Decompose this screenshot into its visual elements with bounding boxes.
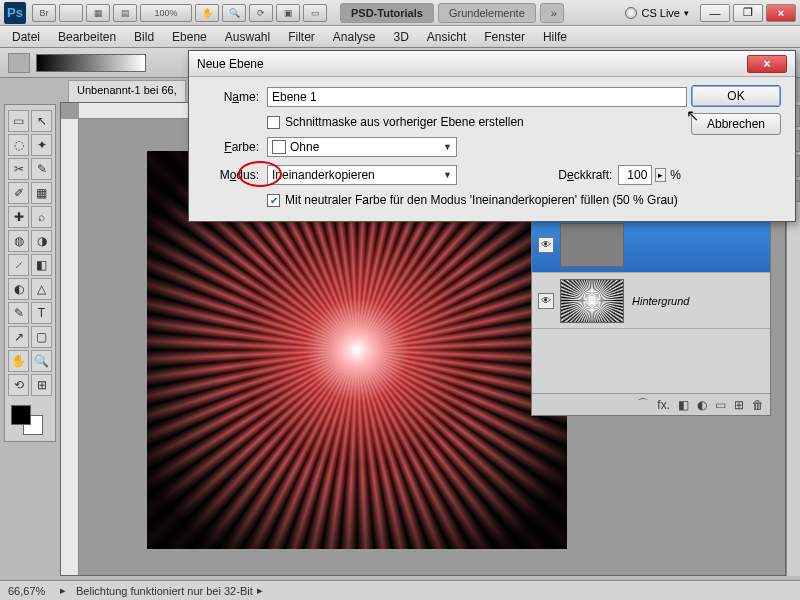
zoom-level[interactable]: 100%	[140, 4, 192, 22]
layer-thumbnail[interactable]	[560, 279, 624, 323]
menu-hilfe[interactable]: Hilfe	[543, 30, 567, 44]
link-layers-icon[interactable]: ⌒	[637, 396, 649, 413]
color-dropdown[interactable]: Ohne ▼	[267, 137, 457, 157]
tool-button[interactable]: ◌	[8, 134, 29, 156]
layer-row-hintergrund[interactable]: 👁 Hintergrund	[532, 273, 770, 329]
menu-auswahl[interactable]: Auswahl	[225, 30, 270, 44]
status-arrow2-icon[interactable]: ▸	[257, 584, 263, 597]
cancel-button[interactable]: Abbrechen	[691, 113, 781, 135]
layers-panel: 👁 👁 Hintergrund ⌒ fx. ◧ ◐ ▭ ⊞ 🗑	[531, 216, 771, 416]
menu-analyse[interactable]: Analyse	[333, 30, 376, 44]
close-button[interactable]: ×	[766, 4, 796, 22]
menu-bild[interactable]: Bild	[134, 30, 154, 44]
new-layer-dialog: Neue Ebene × OK Abbrechen Name: Schnittm…	[188, 50, 796, 222]
hand-tool-button[interactable]: ✋	[195, 4, 219, 22]
tool-button[interactable]: ✐	[8, 182, 29, 204]
menu-ebene[interactable]: Ebene	[172, 30, 207, 44]
layer-thumbnail[interactable]	[560, 223, 624, 267]
visibility-icon[interactable]: 👁	[538, 293, 554, 309]
fill-neutral-checkbox[interactable]: ✔	[267, 194, 280, 207]
screen-mode-button[interactable]: ▭	[303, 4, 327, 22]
tool-button[interactable]: ◧	[31, 254, 52, 276]
opacity-input[interactable]	[618, 165, 652, 185]
layer-name-input[interactable]	[267, 87, 687, 107]
menubar: Datei Bearbeiten Bild Ebene Auswahl Filt…	[0, 26, 800, 48]
extras2-button[interactable]: ▤	[113, 4, 137, 22]
color-swatches[interactable]	[7, 403, 53, 437]
opacity-flyout-icon[interactable]: ▸	[655, 168, 666, 182]
tool-button[interactable]: △	[31, 278, 52, 300]
opacity-label: Deckkraft:	[558, 168, 612, 182]
workspace-tab-psd-tutorials[interactable]: PSD-Tutorials	[340, 3, 434, 23]
tool-button[interactable]: T	[31, 302, 52, 324]
tool-button[interactable]: ↗	[8, 326, 29, 348]
gradient-preview[interactable]	[36, 54, 146, 72]
tool-button[interactable]: ▢	[31, 326, 52, 348]
ruler-vertical[interactable]	[61, 119, 79, 575]
tool-button[interactable]: ◑	[31, 230, 52, 252]
layer-fx-icon[interactable]: fx.	[657, 398, 670, 412]
mini-bridge-button[interactable]	[59, 4, 83, 22]
chevron-down-icon: ▼	[443, 142, 452, 152]
layer-row-ebene1[interactable]: 👁	[532, 217, 770, 273]
current-tool-icon[interactable]	[8, 53, 30, 73]
tool-button[interactable]: ◐	[8, 278, 29, 300]
clipping-mask-checkbox[interactable]	[267, 116, 280, 129]
dialog-titlebar[interactable]: Neue Ebene ×	[189, 51, 795, 77]
color-swatch-icon	[272, 140, 286, 154]
adjustment-layer-icon[interactable]: ◐	[697, 398, 707, 412]
status-zoom[interactable]: 66,67%	[8, 585, 60, 597]
menu-datei[interactable]: Datei	[12, 30, 40, 44]
layers-footer: ⌒ fx. ◧ ◐ ▭ ⊞ 🗑	[532, 393, 770, 415]
menu-fenster[interactable]: Fenster	[484, 30, 525, 44]
mode-label: Modus:	[203, 168, 259, 182]
tool-button[interactable]: ▦	[31, 182, 52, 204]
rotate-button[interactable]: ⟳	[249, 4, 273, 22]
new-layer-icon[interactable]: ⊞	[734, 398, 744, 412]
arrange-button[interactable]: ▣	[276, 4, 300, 22]
extras-button[interactable]: ▦	[86, 4, 110, 22]
dialog-title: Neue Ebene	[197, 57, 264, 71]
toolbox: ▭↖◌✦✂✎✐▦✚⌕◍◑⟋◧◐△✎T↗▢✋🔍⟲⊞	[4, 104, 56, 442]
visibility-icon[interactable]: 👁	[538, 237, 554, 253]
workspace-tab-grundelemente[interactable]: Grundelemente	[438, 3, 536, 23]
tool-button[interactable]: ✦	[31, 134, 52, 156]
bridge-button[interactable]: Br	[32, 4, 56, 22]
zoom-tool-button[interactable]: 🔍	[222, 4, 246, 22]
tool-button[interactable]: ✎	[8, 302, 29, 324]
menu-ansicht[interactable]: Ansicht	[427, 30, 466, 44]
tool-button[interactable]: ↖	[31, 110, 52, 132]
status-arrow-icon[interactable]: ▸	[60, 584, 66, 597]
tool-button[interactable]: ✋	[8, 350, 29, 372]
tool-button[interactable]: ⌕	[31, 206, 52, 228]
tool-button[interactable]: ✚	[8, 206, 29, 228]
menu-3d[interactable]: 3D	[394, 30, 409, 44]
group-icon[interactable]: ▭	[715, 398, 726, 412]
status-message: Belichtung funktioniert nur bei 32-Bit	[76, 585, 253, 597]
ok-button[interactable]: OK	[691, 85, 781, 107]
status-bar: 66,67% ▸ Belichtung funktioniert nur bei…	[0, 580, 800, 600]
tool-button[interactable]: ⟋	[8, 254, 29, 276]
workspace-more-button[interactable]: »	[540, 3, 564, 23]
document-tab[interactable]: Unbenannt-1 bei 66,	[68, 80, 186, 102]
blend-mode-dropdown[interactable]: Ineinanderkopieren ▼	[267, 165, 457, 185]
cs-live-button[interactable]: CS Live▾	[625, 7, 689, 19]
foreground-swatch[interactable]	[11, 405, 31, 425]
menu-filter[interactable]: Filter	[288, 30, 315, 44]
dialog-close-button[interactable]: ×	[747, 55, 787, 73]
cs-live-icon	[625, 7, 637, 19]
tool-button[interactable]: 🔍	[31, 350, 52, 372]
tool-button[interactable]: ✂	[8, 158, 29, 180]
opacity-unit: %	[670, 168, 681, 182]
maximize-button[interactable]: ❐	[733, 4, 763, 22]
tool-button[interactable]: ✎	[31, 158, 52, 180]
layer-mask-icon[interactable]: ◧	[678, 398, 689, 412]
tool-button[interactable]: ◍	[8, 230, 29, 252]
photoshop-logo-icon: Ps	[4, 2, 26, 24]
menu-bearbeiten[interactable]: Bearbeiten	[58, 30, 116, 44]
minimize-button[interactable]: —	[700, 4, 730, 22]
delete-layer-icon[interactable]: 🗑	[752, 398, 764, 412]
tool-button[interactable]: ⊞	[31, 374, 52, 396]
tool-button[interactable]: ▭	[8, 110, 29, 132]
tool-button[interactable]: ⟲	[8, 374, 29, 396]
